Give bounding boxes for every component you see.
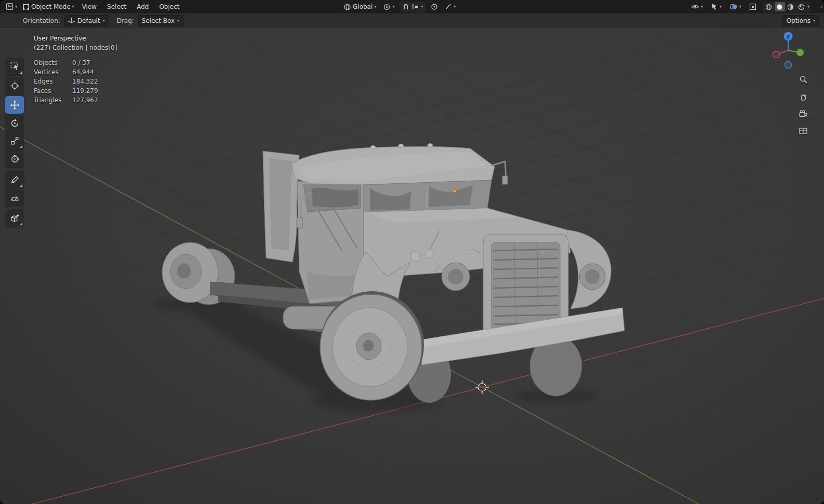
collection-context-label: (227) Collection | nodes[0] [34, 43, 117, 52]
chevron-down-icon: ▾ [739, 5, 741, 9]
chevron-down-icon: ▾ [392, 5, 394, 9]
axis-navigation-gizmo[interactable]: Z [768, 28, 808, 71]
camera-icon [799, 110, 808, 118]
transform-tool-icon [10, 154, 20, 164]
options-label: Options [787, 17, 810, 24]
selectability-dropdown[interactable]: ▾ [709, 2, 723, 12]
axis-y-positive [796, 49, 804, 56]
proportional-editing-toggle[interactable] [429, 2, 440, 12]
stat-label: Triangles [34, 96, 63, 105]
editor-type-button[interactable]: ▾ [4, 2, 19, 12]
stat-label: Edges [34, 77, 63, 86]
stat-value: 127,967 [72, 96, 117, 105]
rotate-tool-icon [10, 118, 20, 128]
overlays-dropdown[interactable]: ▾ [728, 2, 743, 12]
shading-solid-icon [776, 4, 783, 10]
tool-scale[interactable] [5, 132, 24, 149]
chevron-down-icon[interactable]: ▾ [807, 5, 809, 9]
viewport-header: ▾ Object Mode ▾ View Select Add Object G… [0, 0, 824, 13]
viewport-overlay-text: User Perspective (227) Collection | node… [34, 34, 117, 105]
tool-cursor[interactable] [5, 77, 24, 94]
axis-z-negative [785, 62, 792, 69]
zoom-button[interactable] [798, 74, 808, 85]
drag-dropdown[interactable]: Select Box ▾ [138, 16, 183, 26]
subtool-indicator [5, 209, 24, 227]
transform-orientation-dropdown[interactable]: Global ▾ [342, 2, 378, 12]
pivot-point-dropdown[interactable]: ▾ [381, 2, 396, 12]
tool-move[interactable] [5, 96, 24, 114]
view-perspective-label: User Perspective [34, 34, 117, 43]
chevron-down-icon[interactable]: ▾ [421, 5, 423, 9]
snap-target-icon[interactable] [411, 3, 419, 10]
hand-icon [799, 92, 808, 101]
menu-view[interactable]: View [78, 0, 101, 13]
object-mode-icon [22, 3, 30, 10]
visibility-eye-icon [691, 3, 699, 10]
collapse-region-icon[interactable]: ‹ [820, 0, 822, 13]
mode-selector[interactable]: Object Mode ▾ [21, 2, 76, 12]
chevron-down-icon: ▾ [720, 5, 722, 9]
object-origin-dot [453, 189, 456, 193]
axis-x-negative [773, 51, 780, 58]
drag-label: Drag: [117, 17, 134, 24]
measure-protractor-icon [10, 193, 20, 202]
tool-annotate[interactable] [5, 171, 24, 188]
snap-magnet-icon[interactable] [402, 3, 409, 10]
proportional-editing-icon [431, 3, 438, 10]
shading-rendered-icon [798, 4, 805, 10]
shading-material-button[interactable] [786, 2, 796, 11]
tool-measure[interactable] [5, 188, 24, 206]
editor-type-icon [6, 3, 14, 10]
menu-select[interactable]: Select [103, 0, 130, 13]
shading-mode-group: ▾ [763, 2, 810, 12]
stat-label: Faces [34, 86, 63, 96]
blender-window: User Perspective (227) Collection | node… [0, 0, 824, 504]
options-dropdown[interactable]: Options ▾ [783, 16, 819, 26]
mode-label: Object Mode [31, 3, 71, 10]
subtool-indicator [5, 132, 24, 149]
shading-solid-button[interactable] [775, 2, 785, 11]
stat-value: 0 / 37 [72, 58, 117, 67]
shading-rendered-button[interactable] [796, 2, 807, 11]
xray-icon [749, 3, 756, 10]
pivot-point-icon [383, 3, 391, 11]
orientation-value: Default [77, 17, 100, 24]
chevron-down-icon: ▾ [103, 19, 105, 23]
chevron-down-icon: ▾ [813, 19, 815, 23]
truck-model[interactable] [153, 144, 624, 413]
chevron-down-icon: ▾ [701, 5, 703, 9]
tool-select-box[interactable] [5, 58, 24, 75]
shading-wireframe-icon [765, 4, 772, 10]
chevron-down-icon: ▾ [72, 5, 74, 9]
orientation-dropdown[interactable]: Default ▾ [64, 16, 109, 26]
visibility-dropdown[interactable]: ▾ [689, 2, 705, 12]
ortho-grid-icon [799, 127, 808, 135]
overlays-icon [729, 3, 738, 10]
orientation-value: Global [353, 3, 373, 10]
menu-object[interactable]: Object [155, 0, 183, 13]
proportional-falloff-dropdown[interactable]: ▾ [443, 2, 457, 12]
stat-value: 64,944 [72, 67, 117, 77]
pan-button[interactable] [798, 91, 808, 102]
chevron-down-icon: ▾ [15, 5, 17, 9]
chevron-down-icon: ▾ [177, 19, 179, 23]
shading-wireframe-button[interactable] [764, 2, 774, 11]
subtool-indicator [5, 58, 24, 75]
magnifier-icon [799, 75, 808, 84]
tool-settings-bar: Orientation: Default ▾ Drag: Select Box … [0, 14, 824, 28]
xray-toggle[interactable] [748, 2, 758, 12]
shading-material-icon [787, 4, 794, 10]
proportional-falloff-icon [445, 3, 452, 10]
axis-z-label: Z [787, 34, 790, 39]
subtool-indicator [5, 171, 24, 188]
tool-add-cube[interactable] [5, 209, 24, 227]
tool-rotate[interactable] [5, 114, 24, 132]
camera-view-button[interactable] [798, 108, 808, 119]
scene-3d [0, 28, 824, 504]
scene-statistics: Objects0 / 37 Vertices64,944 Edges184,32… [34, 58, 117, 105]
tool-transform[interactable] [5, 150, 24, 168]
menu-add[interactable]: Add [132, 0, 153, 13]
perspective-toggle-button[interactable] [798, 126, 808, 136]
chevron-down-icon: ▾ [454, 5, 456, 9]
viewport-canvas[interactable]: User Perspective (227) Collection | node… [0, 28, 824, 504]
